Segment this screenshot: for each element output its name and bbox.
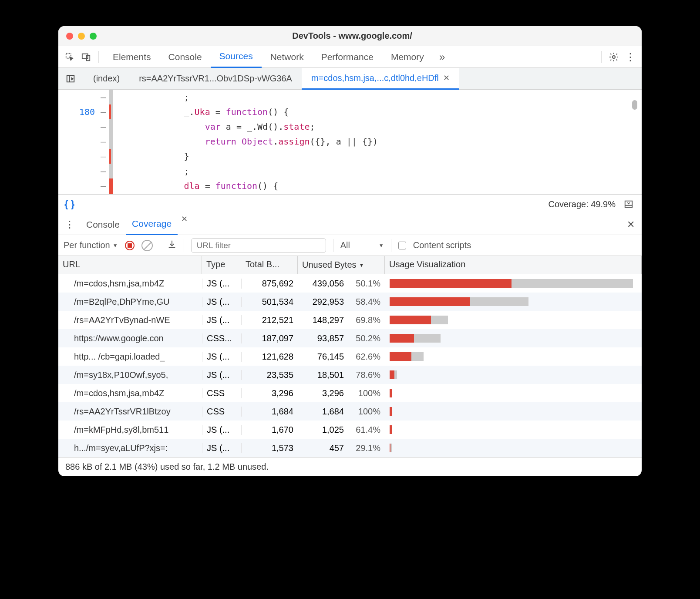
cell-type: JS (... — [202, 443, 241, 453]
coverage-percent-label: Coverage: 49.9% — [548, 199, 616, 209]
table-row[interactable]: /m=cdos,hsm,jsa,mb4ZJS (...875,692439,05… — [58, 274, 642, 293]
content-scripts-checkbox[interactable] — [398, 242, 406, 249]
svg-rect-2 — [87, 55, 90, 61]
cell-total: 121,628 — [241, 352, 298, 362]
cell-viz — [385, 334, 642, 343]
table-row[interactable]: /m=cdos,hsm,jsa,mb4ZCSS3,2963,296100% — [58, 384, 642, 402]
document-tabs: (index)rs=AA2YrTssrVR1...Obv1DSp-vWG36Am… — [58, 68, 642, 90]
cell-total: 1,684 — [241, 407, 298, 417]
drawer-tab-coverage[interactable]: Coverage — [126, 214, 178, 235]
separator — [160, 239, 160, 252]
cell-unused: 148,29769.8% — [298, 315, 385, 325]
chevron-down-icon: ▼ — [113, 242, 118, 249]
scrollbar-vertical[interactable] — [632, 91, 640, 192]
coverage-summary-text: 886 kB of 2.1 MB (43%) used so far, 1.2 … — [65, 462, 269, 472]
table-row[interactable]: /m=sy18x,P10Owf,syo5,JS (...23,53518,501… — [58, 366, 642, 384]
minimize-window-button[interactable] — [78, 33, 85, 40]
code-lines[interactable]: ; _.Uka = function() { var a = _.Wd().st… — [113, 90, 642, 194]
cell-url: /rs=AA2YrTssrVR1lBtzoy — [58, 407, 202, 417]
cell-url: /m=kMFpHd,sy8l,bm511 — [58, 425, 202, 435]
cell-type: JS (... — [202, 352, 241, 362]
col-viz[interactable]: Usage Visualization — [385, 256, 642, 274]
table-row[interactable]: https://www.google.conCSS...187,09793,85… — [58, 329, 642, 347]
tab-elements[interactable]: Elements — [104, 46, 160, 68]
type-filter-select[interactable]: All ▼ — [340, 240, 384, 250]
cell-unused: 45729.1% — [298, 443, 385, 453]
col-unused[interactable]: Unused Bytes ▼ — [298, 256, 385, 274]
cell-type: CSS... — [202, 333, 241, 343]
cell-total: 3,296 — [241, 388, 298, 398]
tab-memory[interactable]: Memory — [382, 46, 433, 68]
close-tab-icon[interactable]: ✕ — [443, 73, 450, 83]
coverage-table-header: URL Type Total B... Unused Bytes ▼ Usage… — [58, 256, 642, 274]
window-title: DevTools - www.google.com/ — [97, 31, 608, 41]
cell-total: 875,692 — [241, 279, 298, 289]
col-type[interactable]: Type — [202, 256, 241, 274]
cell-unused: 76,14562.6% — [298, 352, 385, 362]
cell-type: JS (... — [202, 370, 241, 380]
close-drawer-button[interactable]: ✕ — [624, 219, 637, 230]
inspect-element-icon[interactable] — [63, 50, 77, 64]
coverage-table-body: /m=cdos,hsm,jsa,mb4ZJS (...875,692439,05… — [58, 274, 642, 457]
more-tabs-icon[interactable]: » — [435, 50, 449, 64]
record-button[interactable] — [125, 241, 135, 250]
table-row[interactable]: http... /cb=gapi.loaded_JS (...121,62876… — [58, 347, 642, 366]
sort-desc-icon: ▼ — [359, 262, 364, 268]
cell-type: JS (... — [202, 425, 241, 435]
cell-total: 1,573 — [241, 443, 298, 453]
cell-total: 212,521 — [241, 315, 298, 325]
tab-sources[interactable]: Sources — [211, 46, 262, 68]
navigator-toggle-icon[interactable] — [63, 71, 78, 87]
cell-url: /rs=AA2YrTvBynad-nWE — [58, 315, 202, 325]
document-tab[interactable]: (index) — [84, 68, 129, 90]
clear-button[interactable] — [141, 240, 153, 251]
cell-viz — [385, 316, 642, 324]
cell-url: /m=sy18x,P10Owf,syo5, — [58, 370, 202, 380]
separator — [98, 51, 99, 63]
cell-viz — [385, 370, 642, 379]
main-toolbar: ElementsConsoleSourcesNetworkPerformance… — [58, 46, 642, 68]
tab-performance[interactable]: Performance — [313, 46, 382, 68]
coverage-toolbar: Per function ▼ All ▼ Content scripts — [58, 235, 642, 256]
separator — [391, 239, 391, 252]
document-tab-label: (index) — [93, 74, 120, 84]
drawer-tab-console[interactable]: Console — [80, 214, 126, 235]
table-row[interactable]: h.../m=syev,aLUfP?xjs=:JS (...1,57345729… — [58, 439, 642, 457]
cell-unused: 18,50178.6% — [298, 370, 385, 380]
table-row[interactable]: /rs=AA2YrTvBynad-nWEJS (...212,521148,29… — [58, 311, 642, 329]
cell-viz — [385, 444, 642, 452]
device-toolbar-icon[interactable] — [79, 50, 93, 64]
zoom-window-button[interactable] — [90, 33, 97, 40]
kebab-menu-icon[interactable]: ⋮ — [623, 50, 637, 64]
svg-point-3 — [612, 56, 615, 58]
cell-viz — [385, 425, 642, 434]
document-tab[interactable]: m=cdos,hsm,jsa,...c,dtl0hd,eHDfl✕ — [302, 68, 459, 90]
document-tab-label: m=cdos,hsm,jsa,...c,dtl0hd,eHDfl — [311, 73, 439, 83]
source-code-view[interactable]: 180 –––––––– ; _.Uka = function() { var … — [58, 90, 642, 194]
cell-viz — [385, 352, 642, 361]
drawer-menu-icon[interactable]: ⋮ — [63, 218, 77, 232]
table-row[interactable]: /m=kMFpHd,sy8l,bm511JS (...1,6701,02561.… — [58, 421, 642, 439]
pretty-print-icon[interactable]: { } — [64, 199, 74, 210]
col-total[interactable]: Total B... — [241, 256, 298, 274]
close-drawer-tab-icon[interactable]: ✕ — [178, 214, 191, 235]
col-url[interactable]: URL — [58, 256, 202, 274]
tab-network[interactable]: Network — [262, 46, 313, 68]
drawer-tabs: ⋮ ConsoleCoverage✕ ✕ — [58, 214, 642, 235]
settings-icon[interactable] — [607, 50, 621, 64]
cell-url: https://www.google.con — [58, 333, 202, 343]
document-tab[interactable]: rs=AA2YrTssrVR1...Obv1DSp-vWG36A — [129, 68, 302, 90]
coverage-mode-select[interactable]: Per function ▼ — [64, 240, 118, 250]
url-filter-input[interactable] — [191, 238, 326, 253]
cell-unused: 3,296100% — [298, 388, 385, 398]
collapse-bottom-icon[interactable] — [622, 197, 636, 211]
cell-url: /m=cdos,hsm,jsa,mb4Z — [58, 279, 202, 289]
cell-url: /m=cdos,hsm,jsa,mb4Z — [58, 388, 202, 398]
close-window-button[interactable] — [66, 33, 73, 40]
chevron-down-icon: ▼ — [379, 242, 384, 249]
export-icon[interactable] — [167, 239, 177, 251]
cell-viz — [385, 407, 642, 416]
table-row[interactable]: /m=B2qlPe,DhPYme,GUJS (...501,534292,953… — [58, 293, 642, 311]
table-row[interactable]: /rs=AA2YrTssrVR1lBtzoyCSS1,6841,684100% — [58, 402, 642, 421]
tab-console[interactable]: Console — [160, 46, 211, 68]
